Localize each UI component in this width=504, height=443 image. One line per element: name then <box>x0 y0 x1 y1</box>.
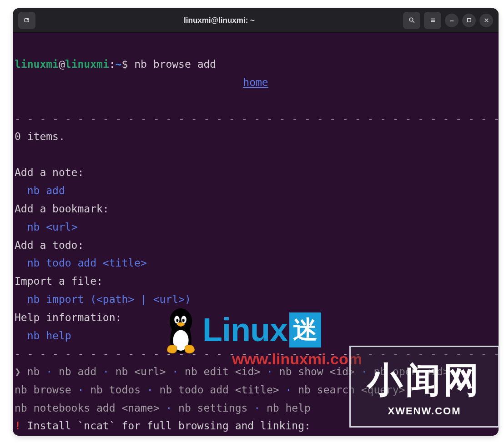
svg-rect-9 <box>467 19 471 22</box>
dot: · <box>103 366 109 378</box>
minimize-button[interactable] <box>445 14 459 27</box>
footer-cmd: nb search <query> <box>298 384 405 396</box>
footer-cmd: nb help <box>267 402 311 414</box>
help-label: Help information: <box>15 312 121 323</box>
titlebar: linuxmi@linuxmi: ~ <box>13 8 499 33</box>
dot: · <box>172 366 178 378</box>
import-label: Import a file: <box>15 275 103 287</box>
add-note-label: Add a note: <box>15 166 84 178</box>
prompt-path: ~ <box>116 58 122 70</box>
divider2: - - - - - - - - - - - - - - - - - - - - … <box>15 347 499 359</box>
terminal-window: linuxmi@linuxmi: ~ linuxmi@linuxmi:~$ nb… <box>13 8 499 436</box>
footer-cmd: nb todos <box>90 384 141 396</box>
dot: · <box>286 384 292 396</box>
install-msg: Install `ncat` for full browsing and lin… <box>21 420 311 432</box>
add-bookmark-label: Add a bookmark: <box>15 203 109 215</box>
hamburger-icon <box>429 17 436 24</box>
prompt-host: linuxmi <box>65 58 109 70</box>
add-note-cmd: nb add <box>27 185 65 196</box>
prompt-symbol: $ <box>121 58 128 70</box>
footer-cmd: nb add <box>59 366 96 378</box>
close-button[interactable] <box>479 14 493 27</box>
footer-cmd: nb <box>27 366 40 378</box>
footer-cmd: nb open <id> <box>374 366 449 378</box>
footer-cmd: nb browse <box>15 384 71 396</box>
footer-cmd: nb settings <box>178 402 247 414</box>
new-tab-button[interactable] <box>18 12 35 29</box>
footer-cmd: nb todo add <title> <box>160 384 279 396</box>
items-count: 0 items. <box>15 131 65 142</box>
window-title: linuxmi@linuxmi: ~ <box>35 16 403 25</box>
prompt-command: nb browse add <box>134 58 216 70</box>
import-cmd: nb import (<path> | <url>) <box>27 293 191 305</box>
add-todo-cmd: nb todo add <title> <box>27 257 147 269</box>
close-icon <box>483 17 490 24</box>
dot: · <box>166 402 172 414</box>
footer-cmd: nb show <id> <box>279 366 355 378</box>
prompt-at: @ <box>59 58 65 70</box>
maximize-icon <box>466 17 473 24</box>
divider: - - - - - - - - - - - - - - - - - - - - … <box>15 112 499 124</box>
footer-prompt: ❯ <box>15 366 21 378</box>
footer-cmd: nb <url> <box>116 366 166 378</box>
dot: · <box>77 384 84 396</box>
prompt-user: linuxmi <box>15 58 59 70</box>
dot: · <box>254 402 260 414</box>
new-tab-icon <box>24 17 30 24</box>
terminal-body[interactable]: linuxmi@linuxmi:~$ nb browse add home - … <box>13 33 499 436</box>
add-todo-label: Add a todo: <box>15 239 84 251</box>
help-cmd: nb help <box>27 330 71 342</box>
home-link[interactable]: home <box>243 76 268 88</box>
svg-line-4 <box>413 21 414 23</box>
dot: · <box>361 366 368 378</box>
maximize-button[interactable] <box>462 14 476 27</box>
add-bookmark-cmd: nb <url> <box>27 221 78 233</box>
minimize-icon <box>449 17 455 24</box>
dot: · <box>267 366 273 378</box>
search-button[interactable] <box>403 12 420 29</box>
svg-point-3 <box>409 18 413 21</box>
dot: · <box>46 366 52 378</box>
search-icon <box>408 17 415 24</box>
prompt-colon: : <box>109 58 116 70</box>
footer-cmd: nb edit <id> <box>185 366 260 378</box>
install-bang: ! <box>15 420 21 432</box>
menu-button[interactable] <box>424 12 441 29</box>
footer-cmd: nb notebooks add <name> <box>15 402 160 414</box>
dot: · <box>147 384 153 396</box>
